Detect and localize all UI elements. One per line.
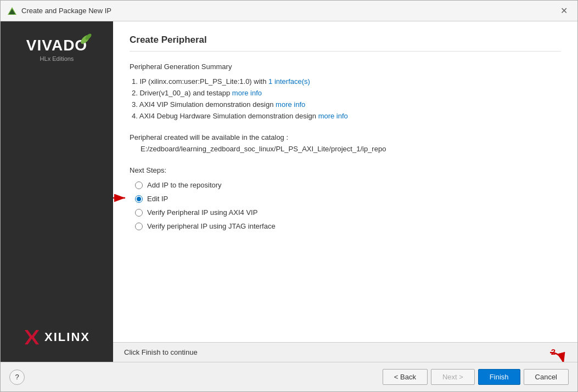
leaf-icon <box>78 31 95 48</box>
window-title: Create and Package New IP <box>21 7 557 15</box>
radio-verify-axi4[interactable]: Verify Peripheral IP using AXI4 VIP <box>135 208 561 217</box>
radio-add-repo-input[interactable] <box>135 181 143 189</box>
dialog-body: VIVADO HLx Editions XILINX <box>1 21 577 362</box>
cancel-button[interactable]: Cancel <box>524 369 569 385</box>
close-button[interactable]: ✕ <box>557 5 571 16</box>
axi4-debug-more-info-link[interactable]: more info <box>318 112 348 120</box>
summary-item-2: 2. Driver(v1_00_a) and testapp more info <box>132 89 561 97</box>
footer-hint: Click Finish to continue <box>124 348 523 356</box>
radio-verify-jtag-input[interactable] <box>135 223 143 230</box>
back-button[interactable]: < Back <box>383 369 428 385</box>
summary-item-4: 4. AXI4 Debug Hardware Simulation demons… <box>132 112 561 120</box>
radio-add-repo-label: Add IP to the repository <box>147 181 222 189</box>
button-bar: ? < Back Next > Finish Cancel <box>1 362 577 391</box>
summary-item-1-prefix: 1. IP (xilinx.com:user:PL_PS_Lite:1.0) w… <box>132 77 268 86</box>
content-area: Create Peripheral Peripheral Generation … <box>113 21 577 342</box>
summary-list: 1. IP (xilinx.com:user:PL_PS_Lite:1.0) w… <box>130 77 561 120</box>
svg-marker-4 <box>25 330 39 344</box>
hlx-edition-text: HLx Editions <box>40 55 74 62</box>
interfaces-link[interactable]: 1 interface(s) <box>268 77 310 86</box>
summary-item-3-prefix: 3. AXI4 VIP Simulation demonstration des… <box>132 100 276 109</box>
radio-edit-ip-input[interactable] <box>135 195 143 203</box>
next-button[interactable]: Next > <box>431 369 475 385</box>
summary-item-2-prefix: 2. Driver(v1_00_a) and testapp <box>132 89 232 97</box>
summary-item-1: 1. IP (xilinx.com:user:PL_PS_Lite:1.0) w… <box>132 77 561 86</box>
radio-verify-axi4-label: Verify Peripheral IP using AXI4 VIP <box>147 208 257 217</box>
help-button[interactable]: ? <box>9 370 25 385</box>
annotation-arrow-1-svg <box>113 190 131 206</box>
finish-button[interactable]: Finish <box>478 369 520 385</box>
footer-bar: Click Finish to continue 2 <box>113 342 577 362</box>
radio-group: Add IP to the repository Edit IP 1 <box>135 181 561 230</box>
radio-verify-jtag[interactable]: Verify peripheral IP using JTAG interfac… <box>135 222 561 230</box>
app-icon <box>7 6 17 16</box>
dialog: Create and Package New IP ✕ VIVADO HLx E… <box>0 0 578 392</box>
xilinx-text: XILINX <box>44 330 90 344</box>
xilinx-icon <box>24 329 40 345</box>
radio-edit-ip-label: Edit IP <box>147 195 168 203</box>
summary-label: Peripheral Generation Summary <box>130 63 561 71</box>
page-title: Create Peripheral <box>130 35 561 52</box>
catalog-path: E:/zedboard/learning_zedboard_soc_linux/… <box>141 145 561 153</box>
axi4-vip-more-info-link[interactable]: more info <box>276 100 305 109</box>
next-steps-label: Next Steps: <box>130 166 561 174</box>
annotation-number-2: 2 <box>551 347 555 356</box>
radio-verify-axi4-input[interactable] <box>135 209 143 217</box>
xilinx-logo: XILINX <box>24 329 90 345</box>
radio-verify-jtag-label: Verify peripheral IP using JTAG interfac… <box>147 222 276 230</box>
annotation-arrow-2-svg <box>534 350 572 362</box>
summary-item-3: 3. AXI4 VIP Simulation demonstration des… <box>132 100 561 109</box>
catalog-label: Peripheral created will be available in … <box>130 133 561 141</box>
radio-add-repo[interactable]: Add IP to the repository <box>135 181 561 189</box>
annotation-arrow-1: 1 <box>113 190 131 206</box>
title-bar: Create and Package New IP ✕ <box>1 1 577 21</box>
radio-edit-ip[interactable]: Edit IP 1 <box>135 195 561 203</box>
vivado-logo: VIVADO HLx Editions <box>26 38 87 62</box>
catalog-section: Peripheral created will be available in … <box>130 133 561 153</box>
driver-more-info-link[interactable]: more info <box>232 89 262 97</box>
main-content: Create Peripheral Peripheral Generation … <box>113 21 577 362</box>
sidebar: VIVADO HLx Editions XILINX <box>1 21 113 362</box>
summary-item-4-prefix: 4. AXI4 Debug Hardware Simulation demons… <box>132 112 318 120</box>
